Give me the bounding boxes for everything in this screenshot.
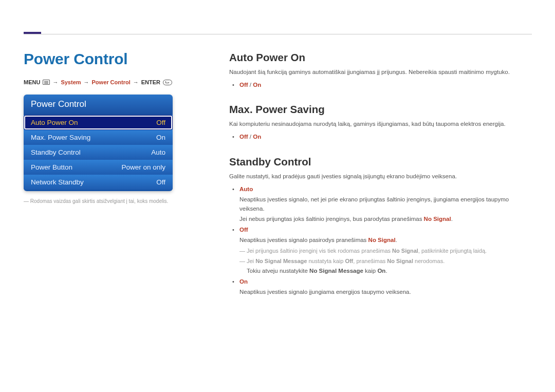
section-auto-power-on: Auto Power On Naudojant šią funkciją gam… bbox=[229, 51, 532, 90]
text: Neaptikus įvesties signalo pasirodys pra… bbox=[239, 237, 368, 243]
page-title: Power Control bbox=[24, 50, 193, 68]
section-heading: Standby Control bbox=[229, 156, 532, 168]
osd-item-label: Network Standby bbox=[31, 178, 84, 186]
option-on: On bbox=[253, 82, 261, 88]
option-sep: / bbox=[248, 82, 253, 88]
option-desc: Neaptikus įvesties signalo pasirodys pra… bbox=[239, 236, 532, 245]
text: Jei nebus prijungtas joks šaltinio įreng… bbox=[239, 216, 424, 222]
section-standby-control: Standby Control Galite nustatyti, kad pr… bbox=[229, 156, 532, 297]
no-signal-message-label: No Signal Message bbox=[309, 268, 363, 274]
osd-item-max-power-saving[interactable]: Max. Power Saving On bbox=[24, 130, 173, 145]
breadcrumb-system: System bbox=[61, 79, 81, 85]
no-signal-label: No Signal bbox=[387, 258, 413, 264]
note: Jei No Signal Message nustatyta kaip Off… bbox=[239, 257, 532, 266]
osd-item-value: Auto bbox=[151, 148, 165, 156]
option-list: Off / On bbox=[229, 80, 532, 90]
on-label: On bbox=[377, 268, 385, 274]
arrow-icon: → bbox=[52, 79, 58, 85]
section-heading: Max. Power Saving bbox=[229, 103, 532, 116]
section-desc: Galite nustatyti, kad pradėjus gauti įve… bbox=[229, 172, 532, 181]
osd-item-value: Off bbox=[156, 119, 165, 126]
option-label-off: Off bbox=[239, 227, 248, 233]
breadcrumb-enter: ENTER bbox=[141, 79, 160, 85]
note: Jei prijungus šaltinio įrenginį vis tiek… bbox=[239, 247, 532, 255]
osd-item-value: Off bbox=[156, 178, 165, 186]
osd-item-label: Power Button bbox=[31, 163, 72, 171]
arrow-icon: → bbox=[133, 79, 139, 85]
osd-item-standby-control[interactable]: Standby Control Auto bbox=[24, 145, 173, 160]
option-auto: Auto Neaptikus įvesties signalo, net jei… bbox=[239, 184, 532, 224]
option-list: Off / On bbox=[229, 132, 532, 142]
osd-item-label: Auto Power On bbox=[31, 119, 78, 126]
text: , patikrinkite prijungtą laidą. bbox=[418, 248, 487, 254]
option-label-auto: Auto bbox=[239, 186, 253, 192]
breadcrumb-power-control: Power Control bbox=[92, 79, 131, 85]
page-content: Power Control MENU → System → Power Cont… bbox=[24, 50, 532, 310]
text: nerodomas. bbox=[413, 258, 445, 264]
no-signal-label: No Signal bbox=[368, 237, 396, 243]
section-max-power-saving: Max. Power Saving Kai kompiuteriu nesina… bbox=[229, 103, 532, 142]
no-signal-label: No Signal bbox=[392, 248, 418, 254]
section-heading: Auto Power On bbox=[229, 51, 532, 64]
option-off-on: Off / On bbox=[239, 132, 532, 142]
enter-icon bbox=[163, 80, 172, 85]
off-label: Off bbox=[345, 258, 353, 264]
arrow-icon: → bbox=[84, 79, 89, 85]
text: Jei bbox=[247, 258, 255, 264]
breadcrumb: MENU → System → Power Control → ENTER bbox=[24, 79, 193, 85]
right-column: Auto Power On Naudojant šią funkciją gam… bbox=[229, 50, 532, 310]
section-desc: Naudojant šią funkciją gaminys automatiš… bbox=[229, 68, 532, 77]
text: . bbox=[396, 237, 397, 243]
left-column: Power Control MENU → System → Power Cont… bbox=[24, 50, 193, 310]
osd-item-network-standby[interactable]: Network Standby Off bbox=[24, 175, 173, 190]
note-continuation: Tokiu atveju nustatykite No Signal Messa… bbox=[239, 267, 532, 276]
option-label-on: On bbox=[239, 278, 248, 285]
osd-item-value: On bbox=[156, 134, 165, 141]
text: Jei prijungus šaltinio įrenginį vis tiek… bbox=[247, 248, 392, 254]
text: kaip bbox=[363, 268, 378, 274]
osd-title: Power Control bbox=[24, 95, 173, 115]
footnote: Rodomas vaizdas gali skirtis atsižvelgia… bbox=[24, 198, 193, 204]
osd-item-label: Standby Control bbox=[31, 148, 81, 156]
text: nustatyta kaip bbox=[307, 258, 345, 264]
text: Tokiu atveju nustatykite bbox=[247, 268, 309, 274]
text: . bbox=[451, 216, 453, 222]
option-desc: Neaptikus įvesties signalo įjungiama ene… bbox=[239, 288, 532, 297]
osd-item-auto-power-on[interactable]: Auto Power On Off bbox=[24, 115, 173, 130]
osd-body: Auto Power On Off Max. Power Saving On S… bbox=[24, 115, 173, 191]
menu-icon bbox=[43, 80, 50, 85]
option-on: On Neaptikus įvesties signalo įjungiama … bbox=[239, 277, 532, 297]
option-off: Off bbox=[239, 134, 248, 140]
option-off-on: Off / On bbox=[239, 80, 532, 90]
osd-item-value: Power on only bbox=[121, 163, 165, 171]
option-desc: Neaptikus įvesties signalo, net jei prie… bbox=[239, 195, 532, 214]
option-desc: Jei nebus prijungtas joks šaltinio įreng… bbox=[239, 215, 532, 224]
no-signal-message-label: No Signal Message bbox=[255, 258, 307, 264]
option-sep: / bbox=[248, 134, 253, 140]
text: , pranešimas bbox=[353, 258, 387, 264]
osd-item-power-button[interactable]: Power Button Power on only bbox=[24, 160, 173, 175]
option-off: Off Neaptikus įvesties signalo pasirodys… bbox=[239, 225, 532, 276]
osd-panel: Power Control Auto Power On Off Max. Pow… bbox=[24, 95, 173, 191]
option-list: Auto Neaptikus įvesties signalo, net jei… bbox=[229, 184, 532, 297]
osd-item-label: Max. Power Saving bbox=[31, 134, 90, 141]
no-signal-label: No Signal bbox=[424, 216, 451, 222]
header-rule bbox=[24, 34, 532, 34]
section-desc: Kai kompiuteriu nesinaudojama nurodytą l… bbox=[229, 120, 532, 129]
text: . bbox=[385, 268, 387, 274]
breadcrumb-menu: MENU bbox=[24, 79, 40, 85]
option-on: On bbox=[253, 134, 261, 140]
option-off: Off bbox=[239, 82, 248, 88]
